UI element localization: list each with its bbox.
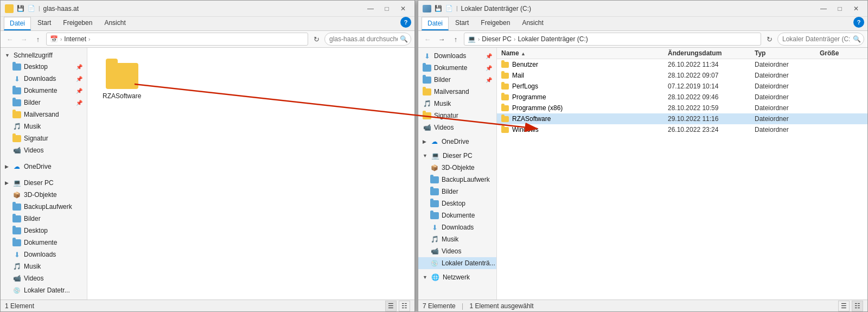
left-tab-freigeben[interactable]: Freigeben: [58, 17, 98, 30]
right-back-btn[interactable]: ←: [422, 33, 433, 45]
right-col-type[interactable]: Typ: [755, 49, 820, 57]
right-view-list-btn[interactable]: ☰: [838, 301, 850, 311]
left-sidebar-desktop2[interactable]: Desktop: [1, 225, 87, 237]
left-sidebar-downloads[interactable]: ⬇ Downloads 📌: [1, 73, 87, 85]
right-sidebar-lokaldatentraeger[interactable]: 💿 Lokaler Datenträ...: [418, 257, 496, 269]
left-sidebar-dokumente[interactable]: Dokumente 📌: [1, 85, 87, 97]
left-3dobjekte-label: 3D-Objekte: [24, 191, 57, 199]
right-dokumente-pin: 📌: [486, 65, 492, 71]
table-row[interactable]: Mail 28.10.2022 09:07 Dateiordner: [497, 70, 867, 81]
right-sidebar-videos[interactable]: 📹 Videos: [418, 122, 496, 133]
left-search-input[interactable]: [324, 33, 411, 46]
right-tab-freigeben[interactable]: Freigeben: [475, 17, 515, 30]
left-musik2-label: Musik: [24, 263, 41, 270]
right-sidebar-3dobjekte[interactable]: 📦 3D-Objekte: [418, 162, 496, 174]
right-forward-btn[interactable]: →: [436, 33, 448, 45]
table-row[interactable]: PerfLogs 07.12.2019 10:14 Dateiordner: [497, 81, 867, 92]
left-folder-rzasoftware[interactable]: RZASoftware: [98, 59, 145, 104]
right-close-btn[interactable]: ✕: [849, 3, 863, 15]
left-maximize-btn[interactable]: □: [380, 3, 394, 15]
left-forward-btn[interactable]: →: [18, 33, 30, 45]
right-address-path[interactable]: 💻 › Dieser PC › Lokaler Datenträger (C:): [464, 33, 761, 46]
left-tab-start[interactable]: Start: [32, 17, 56, 30]
right-sidebar-dokumente2[interactable]: Dokumente: [418, 209, 496, 221]
left-view-list-btn[interactable]: ☰: [385, 301, 397, 311]
right-tab-start[interactable]: Start: [450, 17, 474, 30]
left-sidebar-schnellzugriff[interactable]: ▼ Schnellzugriff: [1, 50, 87, 61]
left-sidebar-musik2[interactable]: 🎵 Musik: [1, 260, 87, 272]
table-row[interactable]: Programme 28.10.2022 09:46 Dateiordner: [497, 92, 867, 103]
right-dieserpc-icon: 💻: [431, 151, 440, 160]
right-sidebar-bilder[interactable]: Bilder 📌: [418, 74, 496, 86]
right-refresh-btn[interactable]: ↻: [763, 33, 775, 45]
left-sidebar-downloads2[interactable]: ⬇ Downloads: [1, 249, 87, 260]
left-sidebar-videos2[interactable]: 📹 Videos: [1, 272, 87, 284]
left-tab-ansicht[interactable]: Ansicht: [99, 17, 131, 30]
right-col-date[interactable]: Änderungsdatum: [668, 49, 755, 57]
right-sidebar-netzwerk[interactable]: ▼ 🌐 Netzwerk: [418, 271, 496, 283]
right-sidebar-signatur[interactable]: Signatur: [418, 110, 496, 122]
right-sidebar-dokumente[interactable]: Dokumente 📌: [418, 62, 496, 74]
left-sidebar-backuplaufwerk[interactable]: BackupLaufwerk: [1, 201, 87, 213]
left-sidebar-dieserpc[interactable]: ▶ 💻 Dieser PC: [1, 177, 87, 189]
right-tab-ansicht[interactable]: Ansicht: [516, 17, 548, 30]
right-tab-datei[interactable]: Datei: [422, 17, 449, 30]
right-view-grid-btn[interactable]: ☷: [852, 301, 863, 311]
left-sidebar-bilder2[interactable]: Bilder: [1, 213, 87, 225]
left-folder-view: RZASoftware: [87, 48, 414, 115]
left-back-btn[interactable]: ←: [4, 33, 16, 45]
left-view-grid-btn[interactable]: ☷: [399, 301, 410, 311]
left-sidebar-signatur[interactable]: Signatur: [1, 132, 87, 144]
right-up-btn[interactable]: ↑: [450, 33, 462, 45]
right-sidebar-musik[interactable]: 🎵 Musik: [418, 98, 496, 110]
left-downloads2-icon: ⬇: [12, 250, 21, 259]
left-sidebar-musik[interactable]: 🎵 Musik: [1, 120, 87, 132]
right-sidebar-dieserpc[interactable]: ▼ 💻 Dieser PC: [418, 150, 496, 162]
right-main-area: ⬇ Downloads 📌 Dokumente 📌 Bilder 📌 Mailv…: [418, 48, 867, 300]
left-minimize-btn[interactable]: —: [363, 3, 378, 15]
left-status-text: 1 Element: [5, 302, 34, 310]
left-sidebar-mailversand[interactable]: Mailversand: [1, 109, 87, 120]
right-col-size[interactable]: Größe: [820, 49, 863, 57]
left-sidebar-dokumente2[interactable]: Dokumente: [1, 237, 87, 249]
left-title-bar: 💾 📄 | glas-haas.at — □ ✕: [1, 1, 414, 17]
left-sidebar-3dobjekte[interactable]: 📦 3D-Objekte: [1, 189, 87, 201]
right-onedrive-arrow: ▶: [423, 139, 426, 144]
right-backuplaufwerk-label: BackupLaufwerk: [442, 176, 490, 183]
left-tab-datei[interactable]: Datei: [4, 17, 31, 30]
right-sidebar-bilder2[interactable]: Bilder: [418, 186, 496, 198]
right-sidebar-desktop[interactable]: Desktop: [418, 198, 496, 209]
right-sidebar-onedrive[interactable]: ▶ ☁ OneDrive: [418, 136, 496, 148]
right-sidebar-mailversand[interactable]: Mailversand: [418, 86, 496, 98]
table-row[interactable]: Windows 26.10.2022 23:24 Dateiordner: [497, 124, 867, 135]
right-sidebar-downloads2[interactable]: ⬇ Downloads: [418, 221, 496, 233]
table-row[interactable]: Benutzer 26.10.2022 11:34 Dateiordner: [497, 59, 867, 70]
left-refresh-btn[interactable]: ↻: [310, 33, 322, 45]
right-maximize-btn[interactable]: □: [833, 3, 847, 15]
left-sidebar-onedrive[interactable]: ▶ ☁ OneDrive: [1, 161, 87, 173]
left-address-path[interactable]: 📅 › Internet ›: [46, 33, 308, 46]
right-search-wrap: 🔍: [777, 33, 864, 46]
right-minimize-btn[interactable]: —: [816, 3, 831, 15]
table-row[interactable]: RZASoftware 29.10.2022 11:16 Dateiordner: [497, 113, 867, 124]
left-help-btn[interactable]: ?: [400, 17, 411, 28]
right-downloads2-label: Downloads: [442, 224, 474, 231]
left-sidebar-bilder[interactable]: Bilder 📌: [1, 97, 87, 109]
left-up-btn[interactable]: ↑: [32, 33, 44, 45]
right-search-input[interactable]: [777, 33, 864, 46]
right-perflogs-folder-icon: [501, 84, 509, 90]
right-sidebar-videos2[interactable]: 📹 Videos: [418, 245, 496, 257]
right-help-btn[interactable]: ?: [853, 17, 864, 28]
right-sidebar-musik2[interactable]: 🎵 Musik: [418, 233, 496, 245]
left-window-title: glas-haas.at: [43, 5, 79, 12]
right-sidebar-backuplaufwerk[interactable]: BackupLaufwerk: [418, 174, 496, 186]
left-desktop2-icon: [12, 226, 21, 235]
table-row[interactable]: Programme (x86) 28.10.2022 10:59 Dateior…: [497, 103, 867, 113]
left-sidebar-lokal[interactable]: 💿 Lokaler Datetr...: [1, 284, 87, 296]
left-sidebar-videos[interactable]: 📹 Videos: [1, 144, 87, 156]
right-col-name[interactable]: Name ▲: [501, 49, 668, 57]
left-schnellzugriff-label: Schnellzugriff: [14, 52, 53, 59]
right-sidebar-downloads[interactable]: ⬇ Downloads 📌: [418, 50, 496, 62]
left-sidebar-desktop[interactable]: Desktop 📌: [1, 61, 87, 73]
left-close-btn[interactable]: ✕: [396, 3, 410, 15]
